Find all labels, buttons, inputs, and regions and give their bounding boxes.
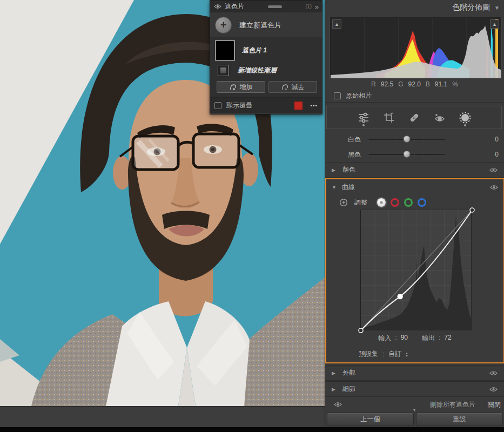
whites-value[interactable]: 0 (495, 136, 499, 143)
close-link[interactable]: 關閉 (481, 400, 501, 409)
section-curve: ▼ 曲線 調整 (325, 178, 504, 363)
b-label: B (426, 80, 430, 88)
histogram-plot (331, 18, 501, 78)
linear-gradient-thumbnail[interactable] (218, 65, 229, 76)
collapse-handle-icon[interactable]: ▾ (413, 408, 415, 413)
output-value: 72 (444, 334, 451, 343)
target-adjustment-icon[interactable] (339, 198, 348, 207)
show-overlay-label: 顯示覆疊 (226, 101, 252, 110)
delete-all-masks-link[interactable]: 刪除所有遮色片 (430, 400, 475, 409)
effects-visibility-eye-icon[interactable] (489, 370, 498, 376)
channel-white-button[interactable] (377, 198, 386, 207)
whites-label: 白色 (325, 135, 361, 144)
chevron-right-icon: ▶ (332, 370, 337, 376)
rgb-readout: R 92.5 G 92.0 B 91.1 % (325, 79, 504, 89)
edit-panel: 色階分佈圖 ▼ ▲ ▲ (325, 0, 504, 427)
chevron-right-icon: ▶ (332, 167, 337, 173)
effects-section-label: 外觀 (342, 368, 355, 377)
section-effects[interactable]: ▶ 外觀 (325, 365, 504, 381)
masks-floating-panel: 遮色片 ⓘ » + 建立新遮色片 遮色片 1 新增線性漸層 增加 (210, 0, 322, 114)
preset-stepper[interactable]: ▴▾ (406, 352, 408, 357)
panel-visibility-eye-icon[interactable] (334, 402, 342, 407)
curve-point-black[interactable] (359, 328, 363, 333)
section-color[interactable]: ▶ 顏色 (325, 162, 504, 178)
lightroom-window: 色階分佈圖 ▼ ▲ ▲ (0, 0, 504, 432)
curve-point-white[interactable] (470, 208, 474, 212)
original-photo-checkbox[interactable] (334, 92, 341, 99)
percent-unit: % (452, 80, 458, 88)
detail-visibility-eye-icon[interactable] (489, 387, 498, 392)
tone-curve-plot (361, 210, 472, 330)
blacks-slider-row: 黑色 0 (325, 147, 504, 162)
red-eye-icon[interactable] (433, 110, 446, 126)
curve-section-header[interactable]: ▼ 曲線 (326, 179, 503, 193)
tool-strip (326, 106, 502, 129)
curve-channels (377, 198, 426, 207)
more-options-icon[interactable]: ••• (310, 103, 318, 109)
show-overlay-checkbox[interactable] (214, 102, 221, 109)
mask-tool-name[interactable]: 新增線性漸層 (238, 66, 277, 75)
channel-blue-button[interactable] (418, 198, 426, 207)
curve-visibility-eye-icon[interactable] (490, 185, 498, 190)
filmstrip-area (0, 406, 325, 427)
original-photo-label: 原始相片 (346, 91, 372, 100)
masking-icon[interactable] (459, 110, 472, 126)
section-detail[interactable]: ▶ 細節 (325, 381, 504, 397)
detail-section-label: 細節 (342, 384, 355, 394)
histogram-panel-header[interactable]: 色階分佈圖 ▼ (325, 0, 504, 15)
reset-button[interactable]: 重設 (416, 413, 503, 426)
edit-sliders-icon[interactable] (357, 110, 370, 126)
mask-name[interactable]: 遮色片 1 (242, 46, 267, 55)
crop-rotate-icon[interactable] (382, 110, 395, 126)
histogram-title: 色階分佈圖 (452, 3, 490, 12)
collapse-chevrons-icon[interactable]: » (315, 3, 318, 11)
chevron-down-icon[interactable]: ▼ (494, 5, 500, 11)
create-mask-row[interactable]: + 建立新遮色片 (210, 12, 322, 37)
masks-visibility-eye-icon[interactable] (214, 4, 221, 9)
overlay-color-swatch[interactable] (294, 101, 303, 110)
blacks-slider-thumb[interactable] (404, 151, 411, 158)
g-value: 92.0 (408, 80, 420, 88)
info-icon[interactable]: ⓘ (306, 3, 312, 11)
input-value: 90 (401, 334, 408, 343)
chevron-right-icon: ▶ (332, 387, 337, 392)
r-label: R (371, 80, 376, 88)
shadow-clipping-icon[interactable]: ▲ (332, 19, 341, 29)
plus-icon[interactable]: + (215, 17, 232, 33)
r-value: 92.5 (381, 80, 393, 88)
subtract-button[interactable]: 減去 (268, 81, 317, 93)
histogram[interactable]: ▲ ▲ (330, 17, 501, 78)
color-visibility-eye-icon[interactable] (489, 167, 498, 173)
whites-slider[interactable] (368, 136, 445, 143)
preset-label: 預設集 (359, 349, 378, 359)
chevron-down-icon: ▼ (332, 185, 337, 190)
preset-value[interactable]: 自訂 (388, 349, 401, 359)
masks-panel-header[interactable]: 遮色片 ⓘ » (210, 1, 322, 12)
output-label: 輸出 (422, 334, 435, 343)
create-new-mask-label[interactable]: 建立新遮色片 (239, 21, 281, 30)
curve-section-label: 曲線 (342, 183, 355, 192)
add-button[interactable]: 增加 (217, 81, 265, 93)
window-bottom-bar (0, 427, 504, 432)
tone-curve-graph[interactable] (360, 210, 472, 330)
blacks-value[interactable]: 0 (495, 151, 499, 158)
previous-button[interactable]: 上一個 (327, 413, 414, 426)
whites-slider-thumb[interactable] (404, 136, 411, 143)
drag-handle[interactable] (268, 5, 282, 8)
original-photo-row: 原始相片 (325, 90, 504, 103)
healing-brush-icon[interactable] (408, 110, 421, 126)
highlight-clipping-icon[interactable]: ▲ (490, 19, 499, 29)
curve-adjust-row: 調整 (326, 193, 503, 210)
show-overlay-row: 顯示覆疊 ••• (210, 98, 322, 113)
channel-green-button[interactable] (404, 198, 413, 207)
mask-tool-row[interactable]: 新增線性漸層 (210, 64, 322, 79)
color-section-label: 顏色 (342, 165, 355, 174)
channel-red-button[interactable] (391, 198, 399, 207)
blacks-slider[interactable] (368, 151, 445, 158)
curve-point-selected[interactable] (398, 294, 403, 299)
masks-panel-title: 遮色片 (225, 2, 244, 11)
input-label: 輸入 (378, 334, 391, 343)
mask-thumbnail[interactable] (215, 40, 235, 60)
mask-list-item[interactable]: 遮色片 1 (210, 37, 322, 64)
add-subtract-row: 增加 減去 (210, 79, 322, 98)
